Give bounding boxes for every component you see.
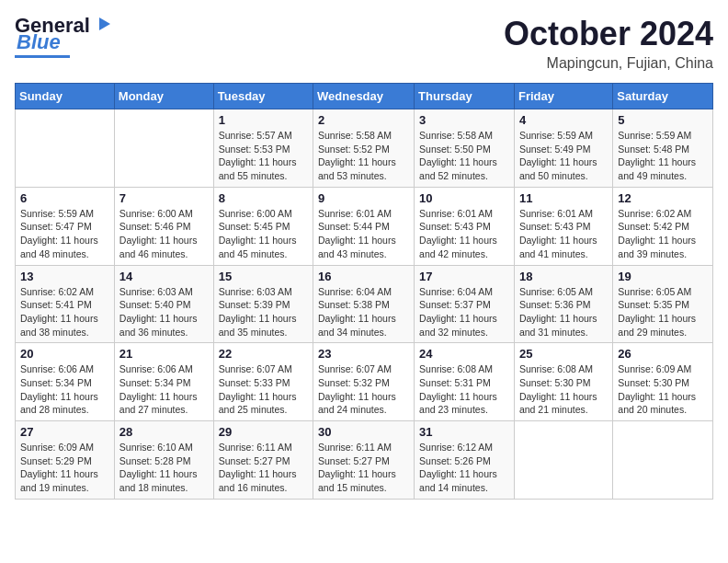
weekday-header: Wednesday [313,84,415,109]
calendar-cell: 22Sunrise: 6:07 AM Sunset: 5:33 PM Dayli… [213,343,313,421]
calendar-cell: 9Sunrise: 6:01 AM Sunset: 5:44 PM Daylig… [313,187,415,265]
calendar-cell [613,421,713,500]
day-number: 14 [119,270,209,283]
weekday-header: Saturday [613,84,713,109]
weekday-header: Friday [514,84,612,109]
day-info: Sunrise: 5:57 AM Sunset: 5:53 PM Dayligh… [219,129,308,183]
day-info: Sunrise: 6:06 AM Sunset: 5:34 PM Dayligh… [20,362,109,417]
logo-text-blue: Blue [17,31,61,53]
calendar-cell: 27Sunrise: 6:09 AM Sunset: 5:29 PM Dayli… [16,421,115,500]
day-number: 16 [318,270,409,283]
calendar-cell: 24Sunrise: 6:08 AM Sunset: 5:31 PM Dayli… [415,343,515,421]
day-info: Sunrise: 5:59 AM Sunset: 5:47 PM Dayligh… [20,207,109,261]
calendar-cell: 8Sunrise: 6:00 AM Sunset: 5:45 PM Daylig… [213,187,313,265]
day-number: 15 [219,270,308,283]
day-number: 7 [119,191,209,205]
day-number: 24 [419,347,509,361]
weekday-header: Sunday [16,84,115,109]
calendar-cell: 21Sunrise: 6:06 AM Sunset: 5:34 PM Dayli… [114,343,213,421]
day-number: 30 [318,425,409,439]
calendar-header: SundayMondayTuesdayWednesdayThursdayFrid… [16,84,713,109]
day-info: Sunrise: 6:01 AM Sunset: 5:43 PM Dayligh… [519,207,608,261]
day-number: 29 [219,425,308,439]
day-number: 3 [419,113,509,127]
weekday-header: Monday [114,84,213,109]
day-info: Sunrise: 6:03 AM Sunset: 5:40 PM Dayligh… [119,285,209,339]
day-number: 27 [20,425,109,439]
day-info: Sunrise: 6:11 AM Sunset: 5:27 PM Dayligh… [219,441,308,495]
calendar-title: October 2024 [504,15,713,53]
calendar-cell: 4Sunrise: 5:59 AM Sunset: 5:49 PM Daylig… [514,109,612,188]
day-number: 21 [119,347,209,361]
day-info: Sunrise: 6:02 AM Sunset: 5:42 PM Dayligh… [618,207,708,261]
calendar-cell: 5Sunrise: 5:59 AM Sunset: 5:48 PM Daylig… [613,109,713,188]
day-number: 28 [119,425,209,439]
day-number: 10 [419,191,509,205]
day-number: 8 [219,191,308,205]
day-info: Sunrise: 5:59 AM Sunset: 5:49 PM Dayligh… [519,129,608,183]
day-info: Sunrise: 6:01 AM Sunset: 5:43 PM Dayligh… [419,207,509,261]
calendar-cell: 15Sunrise: 6:03 AM Sunset: 5:39 PM Dayli… [213,265,313,343]
day-info: Sunrise: 6:09 AM Sunset: 5:30 PM Dayligh… [618,362,708,417]
day-info: Sunrise: 6:08 AM Sunset: 5:30 PM Dayligh… [519,362,608,417]
calendar-cell: 13Sunrise: 6:02 AM Sunset: 5:41 PM Dayli… [16,265,115,343]
logo-icon [92,14,112,34]
day-info: Sunrise: 6:08 AM Sunset: 5:31 PM Dayligh… [419,362,509,417]
day-number: 11 [519,191,608,205]
calendar-cell: 31Sunrise: 6:12 AM Sunset: 5:26 PM Dayli… [415,421,515,500]
day-number: 25 [519,347,608,361]
day-info: Sunrise: 5:59 AM Sunset: 5:48 PM Dayligh… [618,129,708,183]
calendar-cell: 23Sunrise: 6:07 AM Sunset: 5:32 PM Dayli… [313,343,415,421]
calendar-cell: 30Sunrise: 6:11 AM Sunset: 5:27 PM Dayli… [313,421,415,500]
day-info: Sunrise: 6:11 AM Sunset: 5:27 PM Dayligh… [318,441,409,495]
calendar-week-row: 1Sunrise: 5:57 AM Sunset: 5:53 PM Daylig… [16,109,713,188]
day-info: Sunrise: 6:07 AM Sunset: 5:33 PM Dayligh… [219,362,308,417]
calendar-cell: 3Sunrise: 5:58 AM Sunset: 5:50 PM Daylig… [415,109,515,188]
day-info: Sunrise: 6:07 AM Sunset: 5:32 PM Dayligh… [318,362,409,417]
calendar-cell: 7Sunrise: 6:00 AM Sunset: 5:46 PM Daylig… [114,187,213,265]
calendar-cell [514,421,612,500]
day-info: Sunrise: 6:05 AM Sunset: 5:36 PM Dayligh… [519,285,608,339]
calendar-cell: 1Sunrise: 5:57 AM Sunset: 5:53 PM Daylig… [213,109,313,188]
calendar-cell: 12Sunrise: 6:02 AM Sunset: 5:42 PM Dayli… [613,187,713,265]
day-number: 31 [419,425,509,439]
day-number: 2 [318,113,409,127]
day-info: Sunrise: 6:12 AM Sunset: 5:26 PM Dayligh… [419,441,509,495]
svg-marker-0 [99,17,110,30]
calendar-week-row: 13Sunrise: 6:02 AM Sunset: 5:41 PM Dayli… [16,265,713,343]
page-header: General Blue October 2024 Mapingcun, Fuj… [15,15,713,72]
calendar-cell: 6Sunrise: 5:59 AM Sunset: 5:47 PM Daylig… [16,187,115,265]
day-info: Sunrise: 5:58 AM Sunset: 5:52 PM Dayligh… [318,129,409,183]
day-info: Sunrise: 6:04 AM Sunset: 5:37 PM Dayligh… [419,285,509,339]
day-info: Sunrise: 6:02 AM Sunset: 5:41 PM Dayligh… [20,285,109,339]
day-info: Sunrise: 6:09 AM Sunset: 5:29 PM Dayligh… [20,441,109,495]
day-number: 26 [618,347,708,361]
day-number: 19 [618,270,708,283]
calendar-week-row: 20Sunrise: 6:06 AM Sunset: 5:34 PM Dayli… [16,343,713,421]
calendar-week-row: 27Sunrise: 6:09 AM Sunset: 5:29 PM Dayli… [16,421,713,500]
day-info: Sunrise: 6:05 AM Sunset: 5:35 PM Dayligh… [618,285,708,339]
day-number: 12 [618,191,708,205]
day-info: Sunrise: 6:06 AM Sunset: 5:34 PM Dayligh… [119,362,209,417]
calendar-cell [114,109,213,188]
day-number: 1 [219,113,308,127]
calendar-cell: 2Sunrise: 5:58 AM Sunset: 5:52 PM Daylig… [313,109,415,188]
calendar-cell: 17Sunrise: 6:04 AM Sunset: 5:37 PM Dayli… [415,265,515,343]
calendar-cell: 14Sunrise: 6:03 AM Sunset: 5:40 PM Dayli… [114,265,213,343]
calendar-cell: 25Sunrise: 6:08 AM Sunset: 5:30 PM Dayli… [514,343,612,421]
day-number: 17 [419,270,509,283]
day-info: Sunrise: 5:58 AM Sunset: 5:50 PM Dayligh… [419,129,509,183]
day-info: Sunrise: 6:00 AM Sunset: 5:46 PM Dayligh… [119,207,209,261]
day-number: 6 [20,191,109,205]
day-number: 18 [519,270,608,283]
calendar-cell: 18Sunrise: 6:05 AM Sunset: 5:36 PM Dayli… [514,265,612,343]
calendar-cell: 11Sunrise: 6:01 AM Sunset: 5:43 PM Dayli… [514,187,612,265]
calendar-cell: 29Sunrise: 6:11 AM Sunset: 5:27 PM Dayli… [213,421,313,500]
day-info: Sunrise: 6:10 AM Sunset: 5:28 PM Dayligh… [119,441,209,495]
calendar-subtitle: Mapingcun, Fujian, China [504,55,713,72]
day-number: 22 [219,347,308,361]
day-info: Sunrise: 6:01 AM Sunset: 5:44 PM Dayligh… [318,207,409,261]
day-number: 4 [519,113,608,127]
weekday-header: Tuesday [213,84,313,109]
calendar-cell [16,109,115,188]
